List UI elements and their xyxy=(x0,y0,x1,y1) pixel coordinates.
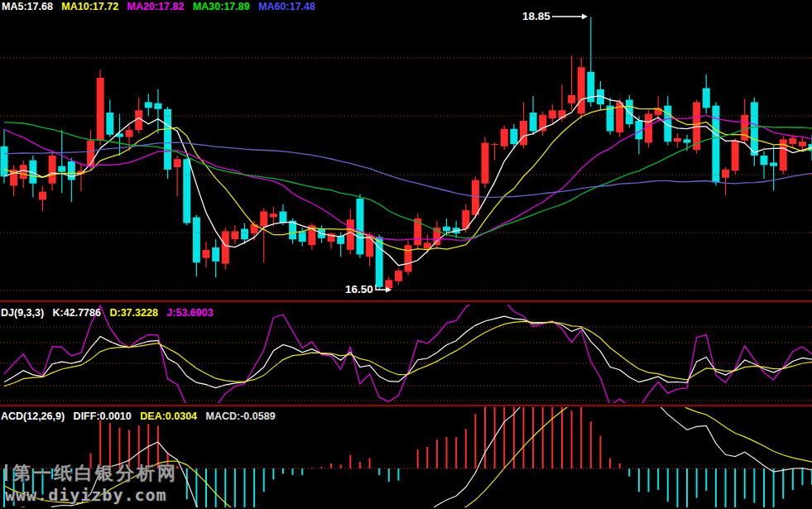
watermark-site-url: www.diyizby.com xyxy=(5,485,167,505)
low-price-annotation: 16.50 xyxy=(345,283,373,295)
macd-title: ACD(12,26,9) xyxy=(1,411,65,422)
kdj-k-value: K:42.7786 xyxy=(53,307,101,319)
ma20-label: MA20:17.82 xyxy=(127,1,185,12)
macd-macd-value: MACD:-0.0589 xyxy=(206,411,276,422)
ma5-label: MA5:17.68 xyxy=(2,1,53,12)
macd-diff-value: DIFF:0.0010 xyxy=(74,411,132,422)
kdj-label-row: DJ(9,3,3) K:42.7786 D:37.3228 J:53.6903 xyxy=(1,307,219,319)
watermark-site-name: 第一纸白银分析网 xyxy=(5,461,178,486)
high-price-annotation: 18.85 xyxy=(522,10,550,22)
ma-label-row: MA5:17.68 MA10:17.72 MA20:17.82 MA30:17.… xyxy=(2,1,321,12)
macd-dea-value: DEA:0.0304 xyxy=(140,411,197,422)
kdj-d-value: D:37.3228 xyxy=(109,307,157,319)
kdj-j-value: J:53.6903 xyxy=(166,307,213,319)
candlestick-chart xyxy=(0,0,812,509)
kdj-title: DJ(9,3,3) xyxy=(1,307,44,319)
ma10-label: MA10:17.72 xyxy=(61,1,118,12)
ma30-label: MA30:17.89 xyxy=(193,1,250,12)
watermark-site-name-text: 第一纸白银分析网 xyxy=(12,463,178,483)
chart-window: MA5:17.68 MA10:17.72 MA20:17.82 MA30:17.… xyxy=(0,0,812,509)
watermark-cursor-bar xyxy=(5,464,7,481)
ma60-label: MA60:17.48 xyxy=(258,1,315,12)
macd-label-row: ACD(12,26,9) DIFF:0.0010 DEA:0.0304 MACD… xyxy=(1,411,281,422)
